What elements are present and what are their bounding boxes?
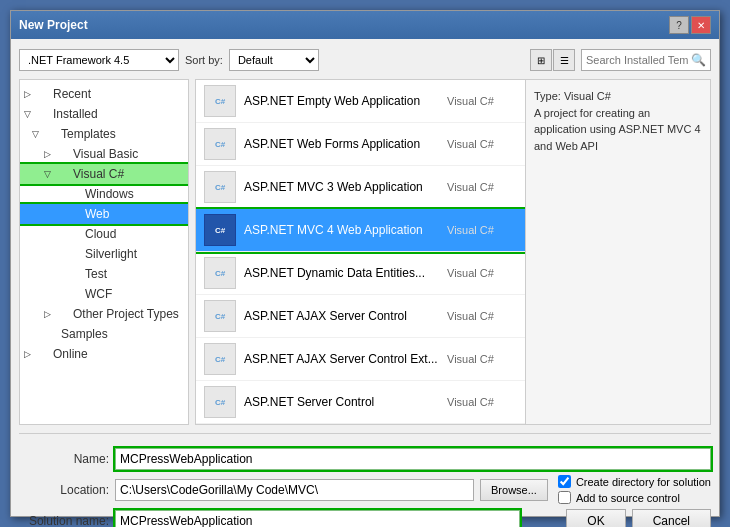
- name-row: Name:: [19, 448, 711, 470]
- tree-label-wcf: WCF: [85, 287, 112, 301]
- tree-item-recent[interactable]: ▷ Recent: [20, 84, 188, 104]
- tree-label-test: Test: [85, 267, 107, 281]
- tree-label-installed: Installed: [53, 107, 98, 121]
- templates-list: C# ASP.NET Empty Web Application Visual …: [196, 80, 525, 424]
- other-arrow: ▷: [44, 309, 56, 319]
- right-panel: C# ASP.NET Empty Web Application Visual …: [195, 79, 711, 425]
- new-project-window: New Project ? ✕ .NET Framework 4.5 Sort …: [10, 10, 720, 517]
- recent-arrow: ▷: [24, 89, 36, 99]
- template-ajax-control[interactable]: C# ASP.NET AJAX Server Control Visual C#: [196, 295, 525, 338]
- source-control-label: Add to source control: [576, 492, 680, 504]
- template-ajax-ext-lang: Visual C#: [447, 353, 517, 365]
- browse-button[interactable]: Browse...: [480, 479, 548, 501]
- cs-arrow: ▽: [44, 169, 56, 179]
- create-dir-row: Create directory for solution: [558, 475, 711, 488]
- template-ajax-ext-name: ASP.NET AJAX Server Control Ext...: [244, 352, 439, 366]
- main-area: ▷ Recent ▽ Installed ▽ Templates ▷: [19, 79, 711, 425]
- location-input[interactable]: [115, 479, 474, 501]
- sort-label: Sort by:: [185, 54, 223, 66]
- template-mvc4-name: ASP.NET MVC 4 Web Application: [244, 223, 439, 237]
- solution-label: Solution name:: [19, 514, 109, 527]
- separator: [19, 433, 711, 434]
- template-empty-web-lang: Visual C#: [447, 95, 517, 107]
- info-panel: Type: Visual C# A project for creating a…: [525, 80, 710, 424]
- tree-item-cloud[interactable]: Cloud: [20, 224, 188, 244]
- tree-label-cloud: Cloud: [85, 227, 116, 241]
- window-content: .NET Framework 4.5 Sort by: Default ⊞ ☰ …: [11, 39, 719, 527]
- ajax-control-icon: C#: [204, 300, 236, 332]
- template-webforms[interactable]: C# ASP.NET Web Forms Application Visual …: [196, 123, 525, 166]
- template-empty-web-name: ASP.NET Empty Web Application: [244, 94, 439, 108]
- template-dynamic-data-name: ASP.NET Dynamic Data Entities...: [244, 266, 439, 280]
- top-bar: .NET Framework 4.5 Sort by: Default ⊞ ☰ …: [19, 47, 711, 73]
- tree-item-other[interactable]: ▷ Other Project Types: [20, 304, 188, 324]
- list-view-button[interactable]: ☰: [553, 49, 575, 71]
- tree-label-templates: Templates: [61, 127, 116, 141]
- template-mvc4-lang: Visual C#: [447, 224, 517, 236]
- name-label: Name:: [19, 452, 109, 466]
- online-arrow: ▷: [24, 349, 36, 359]
- templates-info-wrapper: C# ASP.NET Empty Web Application Visual …: [195, 79, 711, 425]
- tree-label-web: Web: [85, 207, 109, 221]
- cancel-button[interactable]: Cancel: [632, 509, 711, 527]
- mvc4-icon: C#: [204, 214, 236, 246]
- search-input[interactable]: [586, 54, 688, 66]
- tree-item-visual-basic[interactable]: ▷ Visual Basic: [20, 144, 188, 164]
- template-dynamic-data[interactable]: C# ASP.NET Dynamic Data Entities... Visu…: [196, 252, 525, 295]
- tree-item-wcf[interactable]: WCF: [20, 284, 188, 304]
- tree-item-samples[interactable]: Samples: [20, 324, 188, 344]
- solution-row: Solution name: OK Cancel: [19, 509, 711, 527]
- name-input[interactable]: [115, 448, 711, 470]
- type-label: Type: Visual C#: [534, 88, 702, 105]
- template-mvc4[interactable]: C# ASP.NET MVC 4 Web Application Visual …: [196, 209, 525, 252]
- server-control-icon: C#: [204, 386, 236, 418]
- dynamic-data-icon: C#: [204, 257, 236, 289]
- template-ajax-control-name: ASP.NET AJAX Server Control: [244, 309, 439, 323]
- template-mvc3-lang: Visual C#: [447, 181, 517, 193]
- source-control-row: Add to source control: [558, 491, 711, 504]
- search-icon: 🔍: [691, 53, 706, 67]
- help-button[interactable]: ?: [669, 16, 689, 34]
- tree-item-web[interactable]: Web: [20, 204, 188, 224]
- close-button[interactable]: ✕: [691, 16, 711, 34]
- template-empty-web[interactable]: C# ASP.NET Empty Web Application Visual …: [196, 80, 525, 123]
- title-bar-buttons: ? ✕: [669, 16, 711, 34]
- view-buttons: ⊞ ☰: [530, 49, 575, 71]
- tree-item-silverlight[interactable]: Silverlight: [20, 244, 188, 264]
- ok-button[interactable]: OK: [566, 509, 625, 527]
- window-title: New Project: [19, 18, 88, 32]
- ajax-ext-icon: C#: [204, 343, 236, 375]
- tree-label-other: Other Project Types: [73, 307, 179, 321]
- tree-label-cs: Visual C#: [73, 167, 124, 181]
- tree-item-test[interactable]: Test: [20, 264, 188, 284]
- tree-item-visual-cs[interactable]: ▽ Visual C#: [20, 164, 188, 184]
- large-icon-view-button[interactable]: ⊞: [530, 49, 552, 71]
- template-mvc3[interactable]: C# ASP.NET MVC 3 Web Application Visual …: [196, 166, 525, 209]
- template-server-control-lang: Visual C#: [447, 396, 517, 408]
- source-control-checkbox[interactable]: [558, 491, 571, 504]
- template-webforms-name: ASP.NET Web Forms Application: [244, 137, 439, 151]
- template-server-control[interactable]: C# ASP.NET Server Control Visual C#: [196, 381, 525, 424]
- tree-item-templates[interactable]: ▽ Templates: [20, 124, 188, 144]
- footer-buttons: OK Cancel: [526, 509, 711, 527]
- template-ajax-ext[interactable]: C# ASP.NET AJAX Server Control Ext... Vi…: [196, 338, 525, 381]
- bottom-form: Name: Location: Browse... Create directo…: [19, 442, 711, 527]
- tree-label-vb: Visual Basic: [73, 147, 138, 161]
- tree-label-recent: Recent: [53, 87, 91, 101]
- tree-item-windows[interactable]: Windows: [20, 184, 188, 204]
- mvc3-icon: C#: [204, 171, 236, 203]
- solution-input[interactable]: [115, 510, 520, 527]
- location-row: Location: Browse... Create directory for…: [19, 475, 711, 504]
- search-box: 🔍: [581, 49, 711, 71]
- template-ajax-control-lang: Visual C#: [447, 310, 517, 322]
- framework-select[interactable]: .NET Framework 4.5: [19, 49, 179, 71]
- sort-select[interactable]: Default: [229, 49, 319, 71]
- checkboxes-area: Create directory for solution Add to sou…: [558, 475, 711, 504]
- title-bar: New Project ? ✕: [11, 11, 719, 39]
- tree-item-installed[interactable]: ▽ Installed: [20, 104, 188, 124]
- info-description: A project for creating an application us…: [534, 105, 702, 155]
- tree-item-online[interactable]: ▷ Online: [20, 344, 188, 364]
- create-dir-label: Create directory for solution: [576, 476, 711, 488]
- create-dir-checkbox[interactable]: [558, 475, 571, 488]
- template-server-control-name: ASP.NET Server Control: [244, 395, 439, 409]
